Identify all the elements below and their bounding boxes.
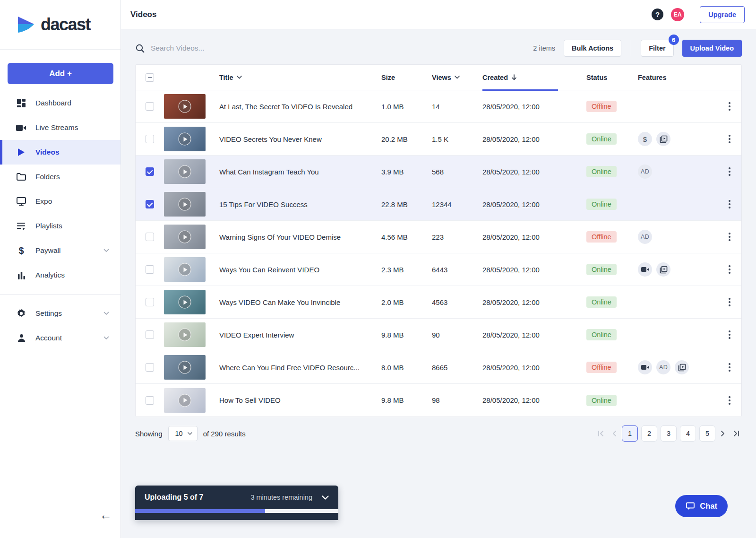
sidebar-item-expo[interactable]: Expo <box>0 189 120 214</box>
upload-video-button[interactable]: Upload Video <box>682 40 742 57</box>
page-size-select[interactable]: 10 <box>168 426 198 441</box>
page-button-4[interactable]: 4 <box>680 425 696 442</box>
kebab-menu-icon[interactable] <box>726 328 733 342</box>
table-row[interactable]: Ways You Can Reinvent VIDEO 2.3 MB 6443 … <box>136 253 741 286</box>
previous-page-icon[interactable] <box>610 428 619 439</box>
sidebar-item-dashboard[interactable]: Dashboard <box>0 91 120 115</box>
sidebar-item-videos[interactable]: Videos <box>0 140 120 165</box>
table-row[interactable]: At Last, The Secret To VIDEO Is Revealed… <box>136 90 741 123</box>
video-views: 6443 <box>432 266 482 274</box>
chevron-down-icon[interactable] <box>322 495 329 500</box>
last-page-icon[interactable] <box>730 428 742 439</box>
row-checkbox[interactable] <box>146 167 154 176</box>
dashboard-icon <box>16 98 27 108</box>
table-row[interactable]: Ways VIDEO Can Make You Invincible 2.0 M… <box>136 286 741 319</box>
video-size: 2.3 MB <box>381 266 432 274</box>
brand-logo[interactable]: dacast <box>0 0 120 50</box>
row-checkbox[interactable] <box>146 330 154 339</box>
video-views: 568 <box>432 168 482 176</box>
column-header-status: Status <box>586 65 638 90</box>
next-page-icon[interactable] <box>719 428 727 439</box>
row-checkbox[interactable] <box>146 233 154 241</box>
play-overlay-icon <box>179 133 191 146</box>
video-views: 8665 <box>432 364 482 372</box>
table-row[interactable]: VIDEO Expert Interview 9.8 MB 90 28/05/2… <box>136 319 741 351</box>
video-views: 12344 <box>432 200 482 208</box>
help-icon[interactable]: ? <box>652 9 663 20</box>
kebab-menu-icon[interactable] <box>726 165 733 179</box>
sidebar-item-live-streams[interactable]: Live Streams <box>0 115 120 140</box>
video-size: 9.8 MB <box>381 396 432 404</box>
sidebar-item-account[interactable]: Account <box>0 326 120 350</box>
kebab-menu-icon[interactable] <box>726 99 733 113</box>
kebab-menu-icon[interactable] <box>726 197 733 211</box>
page-button-3[interactable]: 3 <box>661 425 677 442</box>
table-row[interactable]: 15 Tips For VIDEO Success 22.8 MB 12344 … <box>136 188 741 221</box>
kebab-menu-icon[interactable] <box>726 360 733 374</box>
ads-icon: AD <box>656 360 670 374</box>
column-header-views[interactable]: Views <box>432 65 482 90</box>
search-input[interactable] <box>151 44 349 52</box>
toast-footer <box>135 513 338 520</box>
main-area: Videos ? EA Upgrade 2 items Bulk Actions… <box>121 0 756 538</box>
chat-button[interactable]: Chat <box>675 495 728 517</box>
kebab-menu-icon[interactable] <box>726 393 733 408</box>
select-all-checkbox[interactable] <box>146 73 154 82</box>
sidebar-item-paywall[interactable]: $ Paywall <box>0 238 120 263</box>
avatar[interactable]: EA <box>671 8 684 21</box>
row-checkbox[interactable] <box>146 363 154 372</box>
sidebar: dacast Add + Dashboard Live Streams Vide… <box>0 0 121 538</box>
play-overlay-icon <box>179 231 191 243</box>
ads-icon: AD <box>638 230 652 244</box>
video-size: 2.0 MB <box>381 298 432 306</box>
row-checkbox[interactable] <box>146 265 154 274</box>
table-row[interactable]: Where Can You Find Free VIDEO Resourc...… <box>136 351 741 384</box>
sidebar-item-analytics[interactable]: Analytics <box>0 263 120 287</box>
table-row[interactable]: VIDEO Secrets You Never Knew 20.2 MB 1.5… <box>136 123 741 156</box>
video-created: 28/05/2020, 12:00 <box>482 233 586 241</box>
video-size: 9.8 MB <box>381 331 432 339</box>
sidebar-item-folders[interactable]: Folders <box>0 165 120 189</box>
videos-table: Title Size Views Created Status Features <box>135 64 742 417</box>
table-row[interactable]: How To Sell VIDEO 9.8 MB 98 28/05/2020, … <box>136 384 741 417</box>
kebab-menu-icon[interactable] <box>726 262 733 277</box>
status-badge: Offline <box>586 101 617 112</box>
row-checkbox[interactable] <box>146 200 154 208</box>
table-row[interactable]: Warning Signs Of Your VIDEO Demise 4.56 … <box>136 221 741 253</box>
search-icon <box>135 43 145 53</box>
video-thumbnail <box>164 322 206 347</box>
sidebar-item-playlists[interactable]: Playlists <box>0 214 120 238</box>
kebab-menu-icon[interactable] <box>726 295 733 309</box>
dollar-icon: $ <box>16 246 27 255</box>
column-header-created[interactable]: Created <box>482 65 586 90</box>
kebab-menu-icon[interactable] <box>726 230 733 244</box>
video-thumbnail <box>164 355 206 380</box>
sidebar-divider <box>0 294 120 295</box>
filter-button[interactable]: Filter <box>641 40 673 57</box>
video-size: 20.2 MB <box>381 135 432 143</box>
add-button[interactable]: Add + <box>8 63 113 84</box>
column-header-size[interactable]: Size <box>381 65 432 90</box>
bulk-actions-button[interactable]: Bulk Actions <box>564 40 621 57</box>
page-button-5[interactable]: 5 <box>699 425 715 442</box>
row-checkbox[interactable] <box>146 298 154 306</box>
upgrade-button[interactable]: Upgrade <box>700 6 745 23</box>
table-footer: Showing 10 of 290 results 12345 <box>135 425 742 442</box>
kebab-menu-icon[interactable] <box>726 132 733 146</box>
column-header-title[interactable]: Title <box>219 65 381 90</box>
sidebar-collapse-arrow-icon[interactable]: ← <box>100 509 112 521</box>
play-overlay-icon <box>179 263 191 276</box>
page-button-2[interactable]: 2 <box>641 425 657 442</box>
row-checkbox[interactable] <box>146 102 154 111</box>
status-badge: Online <box>586 296 617 308</box>
row-checkbox[interactable] <box>146 135 154 143</box>
video-thumbnail <box>164 159 206 184</box>
table-header-row: Title Size Views Created Status Features <box>136 65 741 90</box>
video-thumbnail <box>164 257 206 282</box>
page-button-1[interactable]: 1 <box>622 425 638 442</box>
row-checkbox[interactable] <box>146 396 154 405</box>
sidebar-item-settings[interactable]: Settings <box>0 301 120 326</box>
table-row[interactable]: What Can Instagram Teach You 3.9 MB 568 … <box>136 156 741 188</box>
video-thumbnail <box>164 192 206 217</box>
first-page-icon[interactable] <box>595 428 607 439</box>
